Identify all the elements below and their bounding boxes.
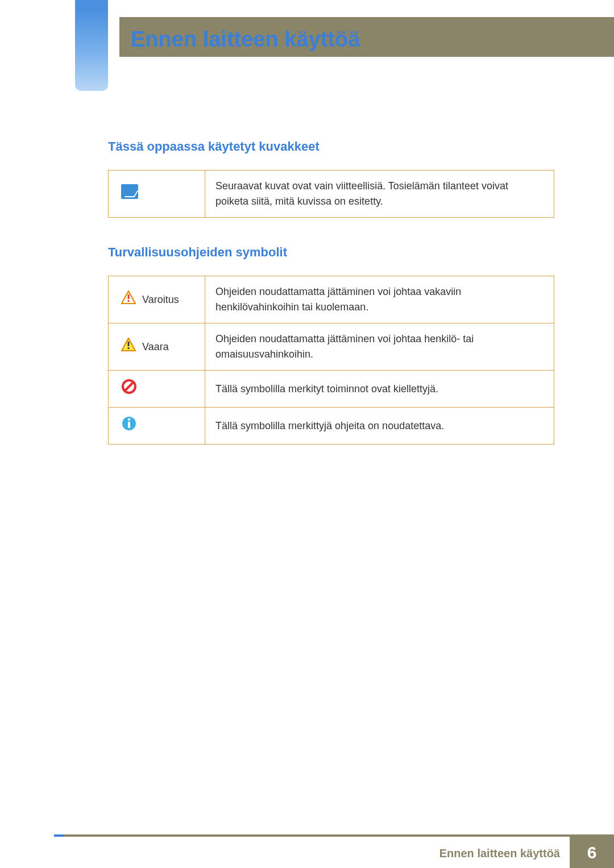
footer-divider [54, 834, 614, 837]
page-title: Ennen laitteen käyttöä [131, 27, 360, 52]
svg-rect-9 [128, 422, 130, 428]
table-row: Tällä symbolilla merkittyjä ohjeita on n… [109, 408, 554, 445]
footer-text: Ennen laitteen käyttöä [439, 847, 560, 860]
table-row: Seuraavat kuvat ovat vain viitteellisiä.… [109, 171, 554, 218]
table-row: Tällä symbolilla merkityt toiminnot ovat… [109, 371, 554, 408]
page-number: 6 [570, 837, 614, 868]
icons-table: Seuraavat kuvat ovat vain viitteellisiä.… [108, 170, 554, 218]
table-text-cell: Seuraavat kuvat ovat vain viitteellisiä.… [205, 171, 554, 218]
svg-rect-2 [128, 300, 130, 302]
section-heading-icons: Tässä oppaassa käytetyt kuvakkeet [108, 139, 554, 154]
icon-cell [109, 371, 205, 408]
table-row: Varoitus Ohjeiden noudattamatta jättämin… [109, 276, 554, 323]
caution-icon [121, 338, 136, 356]
icon-cell [109, 171, 205, 218]
prohibit-icon [121, 379, 137, 399]
chapter-tab [75, 0, 108, 91]
icon-cell: Varoitus [109, 276, 205, 323]
info-icon [121, 416, 137, 436]
icon-cell: Vaara [109, 323, 205, 371]
svg-rect-5 [128, 347, 130, 349]
table-text-cell: Ohjeiden noudattamatta jättäminen voi jo… [205, 276, 554, 323]
svg-rect-10 [128, 418, 130, 421]
caution-label: Vaara [142, 341, 169, 352]
table-text-cell: Ohjeiden noudattamatta jättäminen voi jo… [205, 323, 554, 371]
table-text-cell: Tällä symbolilla merkityt toiminnot ovat… [205, 371, 554, 408]
table-text-cell: Tällä symbolilla merkittyjä ohjeita on n… [205, 408, 554, 445]
footer: Ennen laitteen käyttöä 6 [0, 837, 614, 868]
note-icon [121, 184, 138, 199]
section-heading-safety: Turvallisuusohjeiden symbolit [108, 245, 554, 260]
warning-label: Varoitus [142, 294, 179, 305]
safety-table: Varoitus Ohjeiden noudattamatta jättämin… [108, 276, 554, 445]
main-content: Tässä oppaassa käytetyt kuvakkeet Seuraa… [108, 139, 554, 472]
svg-rect-1 [128, 294, 130, 299]
icon-cell [109, 408, 205, 445]
svg-rect-4 [128, 342, 130, 346]
table-row: Vaara Ohjeiden noudattamatta jättäminen … [109, 323, 554, 371]
warning-icon [121, 290, 136, 309]
